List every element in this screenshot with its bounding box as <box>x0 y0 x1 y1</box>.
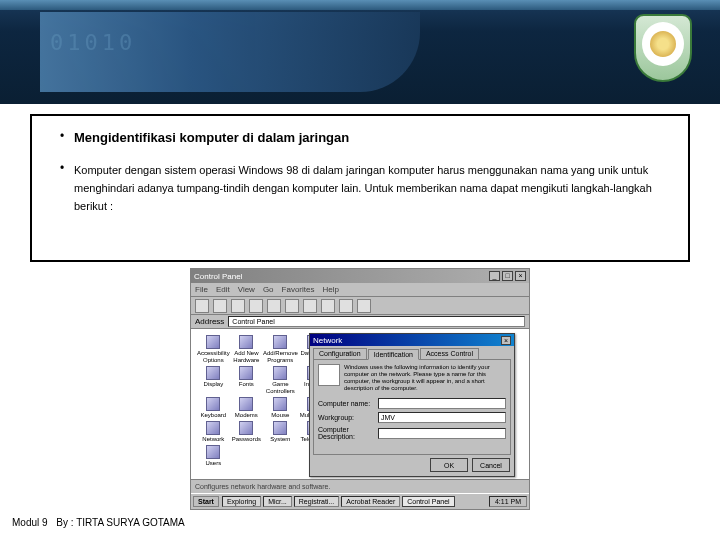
properties-icon[interactable] <box>339 299 353 313</box>
cp-item-icon <box>206 397 220 411</box>
cancel-button[interactable]: Cancel <box>472 458 510 472</box>
education-crest-icon <box>634 14 692 82</box>
cp-item-icon <box>206 335 220 349</box>
menu-edit[interactable]: Edit <box>216 285 230 294</box>
cp-item[interactable]: Network <box>197 421 230 443</box>
views-icon[interactable] <box>357 299 371 313</box>
undo-icon[interactable] <box>303 299 317 313</box>
cp-window-title: Control Panel <box>194 272 242 281</box>
taskbar-task[interactable]: Registrati... <box>294 496 339 507</box>
taskbar-task[interactable]: Exploring <box>222 496 261 507</box>
dialog-titlebar: Network × <box>310 334 514 346</box>
cp-item-icon <box>239 335 253 349</box>
paste-icon[interactable] <box>285 299 299 313</box>
menu-view[interactable]: View <box>238 285 255 294</box>
cp-item-icon <box>206 421 220 435</box>
cp-item[interactable]: Mouse <box>263 397 298 419</box>
cp-item-icon <box>273 397 287 411</box>
slide-header <box>0 0 720 104</box>
description-field[interactable] <box>378 428 506 439</box>
cp-item[interactable]: Accessibility Options <box>197 335 230 364</box>
back-icon[interactable] <box>195 299 209 313</box>
computer-name-field[interactable] <box>378 398 506 409</box>
label-workgroup: Workgroup: <box>318 414 374 421</box>
start-button[interactable]: Start <box>193 496 219 507</box>
cp-item-label: Add New Hardware <box>232 350 261 364</box>
bullet-icon: • <box>50 160 74 214</box>
cp-item[interactable]: System <box>263 421 298 443</box>
cp-body: Accessibility OptionsAdd New HardwareAdd… <box>191 329 529 479</box>
cp-item[interactable]: Fonts <box>232 366 261 395</box>
cp-item-icon <box>239 421 253 435</box>
tab-configuration[interactable]: Configuration <box>313 348 367 359</box>
cp-icon-grid: Accessibility OptionsAdd New HardwareAdd… <box>191 329 301 479</box>
cp-item-icon <box>239 397 253 411</box>
cp-item-icon <box>206 445 220 459</box>
cp-menubar: File Edit View Go Favorites Help <box>191 283 529 297</box>
network-dialog: Network × Configuration Identification A… <box>309 333 515 477</box>
cp-item-label: Users <box>206 460 222 467</box>
slide-footer: Modul 9 By : TIRTA SURYA GOTAMA <box>12 517 185 528</box>
dialog-close-icon[interactable]: × <box>501 336 511 345</box>
address-field[interactable]: Control Panel <box>228 316 525 327</box>
workgroup-field[interactable]: JMV <box>378 412 506 423</box>
menu-go[interactable]: Go <box>263 285 274 294</box>
taskbar-active[interactable]: Control Panel <box>402 496 454 507</box>
dialog-title: Network <box>313 336 342 345</box>
cp-item[interactable]: Display <box>197 366 230 395</box>
cp-item-label: Passwords <box>232 436 261 443</box>
bullet-icon: • <box>50 128 74 146</box>
cp-item[interactable]: Keyboard <box>197 397 230 419</box>
cp-item[interactable]: Passwords <box>232 421 261 443</box>
cp-item-label: Mouse <box>271 412 289 419</box>
content-box: • Mengidentifikasi komputer di dalam jar… <box>30 114 690 262</box>
close-icon[interactable]: × <box>515 271 526 281</box>
computer-icon <box>318 364 340 386</box>
header-stripe <box>0 0 720 10</box>
ok-button[interactable]: OK <box>430 458 468 472</box>
header-art <box>40 12 420 92</box>
section-title: Mengidentifikasi komputer di dalam jarin… <box>74 130 349 145</box>
cp-item-label: Game Controllers <box>263 381 298 395</box>
cp-item[interactable]: Game Controllers <box>263 366 298 395</box>
menu-file[interactable]: File <box>195 285 208 294</box>
minimize-icon[interactable]: _ <box>489 271 500 281</box>
cut-icon[interactable] <box>249 299 263 313</box>
dialog-description: Windows uses the following information t… <box>344 364 506 392</box>
modul-label: Modul 9 <box>12 517 48 528</box>
cp-item-label: Accessibility Options <box>197 350 230 364</box>
cp-item-label: Fonts <box>239 381 254 388</box>
section-body: Komputer dengan sistem operasi Windows 9… <box>74 164 652 212</box>
tab-identification[interactable]: Identification <box>368 349 419 360</box>
screenshot-area: Control Panel _ □ × File Edit View Go Fa… <box>30 268 690 510</box>
cp-item-icon <box>273 421 287 435</box>
cp-statusbar: Configures network hardware and software… <box>191 479 529 493</box>
tab-access-control[interactable]: Access Control <box>420 348 479 359</box>
cp-item-icon <box>273 335 287 349</box>
cp-item[interactable]: Users <box>197 445 230 467</box>
delete-icon[interactable] <box>321 299 335 313</box>
forward-icon[interactable] <box>213 299 227 313</box>
control-panel-window: Control Panel _ □ × File Edit View Go Fa… <box>190 268 530 510</box>
cp-item[interactable]: Modems <box>232 397 261 419</box>
cp-item-label: Display <box>204 381 224 388</box>
author-label: By : TIRTA SURYA GOTAMA <box>56 517 184 528</box>
cp-item[interactable]: Add/Remove Programs <box>263 335 298 364</box>
address-label: Address <box>195 317 224 326</box>
content-wrap: • Mengidentifikasi komputer di dalam jar… <box>0 104 720 510</box>
cp-item[interactable]: Add New Hardware <box>232 335 261 364</box>
taskbar-clock: 4:11 PM <box>489 496 527 507</box>
menu-favorites[interactable]: Favorites <box>282 285 315 294</box>
cp-item-icon <box>239 366 253 380</box>
cp-toolbar <box>191 297 529 315</box>
cp-item-icon <box>206 366 220 380</box>
cp-addressbar: Address Control Panel <box>191 315 529 329</box>
taskbar-task[interactable]: Micr... <box>263 496 292 507</box>
up-icon[interactable] <box>231 299 245 313</box>
copy-icon[interactable] <box>267 299 281 313</box>
taskbar-task[interactable]: Acrobat Reader <box>341 496 400 507</box>
maximize-icon[interactable]: □ <box>502 271 513 281</box>
menu-help[interactable]: Help <box>322 285 338 294</box>
address-value: Control Panel <box>232 318 274 325</box>
workgroup-value: JMV <box>381 414 395 421</box>
